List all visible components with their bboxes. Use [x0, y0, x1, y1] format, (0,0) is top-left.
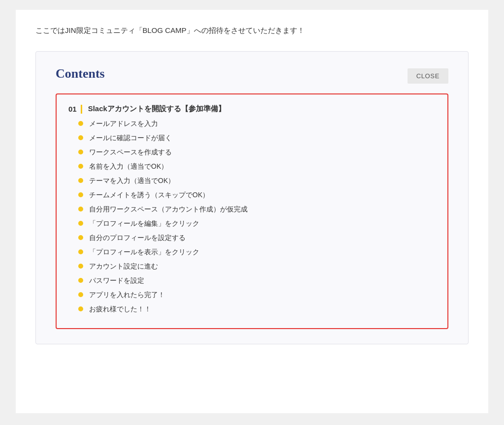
bullet-icon	[78, 306, 83, 311]
list-item: ワークスペースを作成する	[78, 147, 436, 157]
list-item-text: メールアドレスを入力	[89, 119, 158, 129]
list-item-text: 名前を入力（適当でOK）	[89, 161, 168, 172]
bullet-icon	[78, 278, 83, 283]
list-item: 自分用ワークスペース（アカウント作成）が仮完成	[78, 204, 436, 214]
list-item: チームメイトを誘う（スキップでOK）	[78, 190, 436, 200]
bullet-icon	[78, 264, 83, 269]
list-item: テーマを入力（適当でOK）	[78, 176, 436, 186]
list-item-text: チームメイトを誘う（スキップでOK）	[89, 190, 209, 200]
bullet-icon	[78, 249, 83, 254]
close-button[interactable]: CLOSE	[408, 68, 448, 84]
bullet-icon	[78, 135, 83, 140]
bullet-icon	[78, 292, 83, 297]
list-item: アカウント設定に進む	[78, 261, 436, 272]
toc-content-box: 01 Slackアカウントを開設する【参加準備】 メールアドレスを入力メールに確…	[56, 93, 448, 329]
list-item: 名前を入力（適当でOK）	[78, 161, 436, 172]
list-item-text: パスワードを設定	[89, 275, 144, 286]
toc-section-divider-icon	[81, 105, 82, 114]
toc-title: Contents	[56, 66, 105, 81]
toc-items-list: メールアドレスを入力メールに確認コードが届くワークスペースを作成する名前を入力（…	[68, 119, 436, 314]
bullet-icon	[78, 164, 83, 169]
list-item-text: メールに確認コードが届く	[89, 133, 172, 143]
list-item-text: 「プロフィールを編集」をクリック	[89, 218, 199, 229]
bullet-icon	[78, 121, 83, 126]
bullet-icon	[78, 192, 83, 197]
list-item: 「プロフィールを編集」をクリック	[78, 218, 436, 229]
bullet-icon	[78, 235, 83, 240]
list-item: お疲れ様でした！！	[78, 304, 436, 314]
list-item: 「プロフィールを表示」をクリック	[78, 247, 436, 257]
toc-section-title: Slackアカウントを開設する【参加準備】	[88, 104, 225, 114]
bullet-icon	[78, 207, 83, 212]
list-item-text: お疲れ様でした！！	[89, 304, 151, 314]
list-item: メールアドレスを入力	[78, 119, 436, 129]
bullet-icon	[78, 150, 83, 154]
list-item-text: テーマを入力（適当でOK）	[89, 176, 175, 186]
page-wrapper: ここではJIN限定コミュニティ「BLOG CAMP」への招待をさせていただきます…	[16, 10, 488, 413]
toc-container: Contents CLOSE 01 Slackアカウントを開設する【参加準備】 …	[35, 51, 469, 344]
intro-text: ここではJIN限定コミュニティ「BLOG CAMP」への招待をさせていただきます…	[35, 25, 469, 36]
toc-section-number: 01	[68, 105, 77, 113]
list-item: パスワードを設定	[78, 275, 436, 286]
toc-section: 01 Slackアカウントを開設する【参加準備】 メールアドレスを入力メールに確…	[68, 104, 436, 314]
list-item-text: ワークスペースを作成する	[89, 147, 172, 157]
list-item-text: アカウント設定に進む	[89, 261, 158, 272]
bullet-icon	[78, 178, 83, 183]
list-item: アプリを入れたら完了！	[78, 290, 436, 300]
list-item: 自分のプロフィールを設定する	[78, 233, 436, 243]
list-item-text: 「プロフィールを表示」をクリック	[89, 247, 199, 257]
list-item-text: 自分用ワークスペース（アカウント作成）が仮完成	[89, 204, 248, 214]
bullet-icon	[78, 221, 83, 226]
list-item-text: アプリを入れたら完了！	[89, 290, 165, 300]
toc-header: Contents CLOSE	[56, 66, 448, 84]
toc-section-header: 01 Slackアカウントを開設する【参加準備】	[68, 104, 436, 114]
list-item: メールに確認コードが届く	[78, 133, 436, 143]
list-item-text: 自分のプロフィールを設定する	[89, 233, 186, 243]
